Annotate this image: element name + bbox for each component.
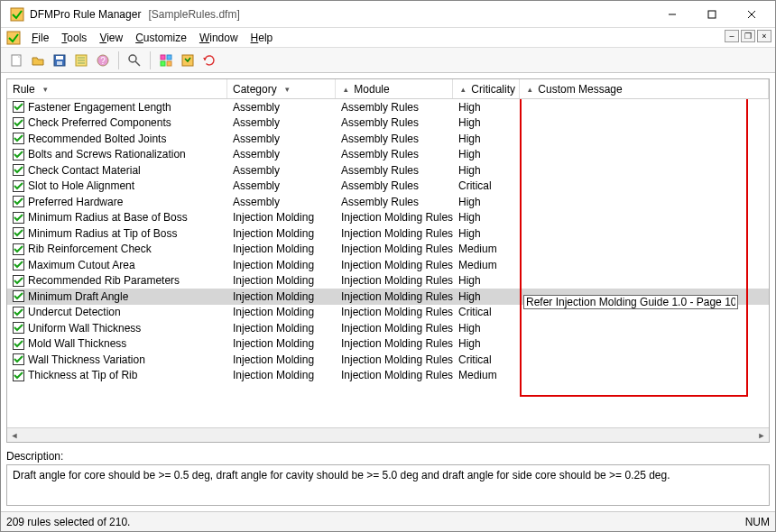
minimize-button[interactable]	[652, 2, 692, 27]
rule-checkbox[interactable]	[13, 227, 24, 239]
rule-name: Recommended Rib Parameters	[28, 274, 180, 287]
rule-checkbox[interactable]	[13, 259, 24, 271]
rule-name: Mold Wall Thickness	[28, 337, 126, 350]
rule-name: Preferred Hardware	[28, 196, 123, 208]
table-row[interactable]: Rib Reinforcement CheckInjection Molding…	[7, 242, 769, 258]
rule-name: Rib Reinforcement Check	[28, 243, 152, 255]
open-button[interactable]	[28, 50, 48, 70]
rule-category: Injection Molding	[227, 211, 336, 224]
table-row[interactable]: Bolts and Screws RationalizationAssembly…	[7, 147, 769, 163]
toolbar: ?	[1, 48, 775, 73]
rule-category: Assembly	[227, 116, 336, 129]
rule-checkbox[interactable]	[13, 307, 24, 318]
description-text[interactable]: Draft angle for core should be >= 0.5 de…	[6, 464, 770, 506]
save-button[interactable]	[50, 50, 69, 70]
menu-help[interactable]: Help	[245, 30, 279, 46]
table-row[interactable]: Recommended Bolted JointsAssemblyAssembl…	[7, 131, 769, 147]
col-header-rule[interactable]: Rule ▾	[7, 79, 227, 98]
rule-name: Fastener Engagement Length	[28, 101, 171, 114]
rule-module: Injection Molding Rules	[336, 290, 453, 303]
rule-checkbox[interactable]	[13, 322, 24, 334]
col-header-criticality[interactable]: ▴ Criticality	[453, 79, 520, 98]
maximize-button[interactable]	[692, 2, 732, 27]
rule-name: Check Contact Material	[28, 164, 141, 177]
custom-message-input[interactable]	[523, 295, 738, 309]
rule-checkbox[interactable]	[13, 212, 24, 224]
refresh-button[interactable]	[199, 50, 219, 70]
table-row[interactable]: Preferred HardwareAssemblyAssembly Rules…	[7, 194, 769, 210]
rule-name: Bolts and Screws Rationalization	[28, 148, 186, 161]
rule-checkbox[interactable]	[13, 149, 24, 161]
rule-category: Injection Molding	[227, 290, 336, 303]
table-row[interactable]: Minimum Radius at Tip of BossInjection M…	[7, 225, 769, 242]
rule-checkbox[interactable]	[13, 338, 24, 350]
horizontal-scrollbar[interactable]: ◄ ►	[7, 427, 769, 442]
close-button[interactable]	[732, 2, 771, 27]
rule-criticality: High	[453, 101, 520, 114]
rule-checkbox[interactable]	[13, 164, 24, 176]
column-headers: Rule ▾ Category ▾ ▴ Module ▴ Criticality…	[7, 79, 769, 99]
toolbar-separator	[150, 51, 151, 69]
script-button[interactable]	[178, 50, 198, 70]
table-row[interactable]: Slot to Hole AlignmentAssemblyAssembly R…	[7, 179, 769, 195]
table-row[interactable]: Wall Thickness VariationInjection Moldin…	[7, 352, 769, 368]
help-button[interactable]: ?	[93, 50, 113, 70]
menu-view[interactable]: View	[94, 30, 128, 46]
rule-module: Assembly Rules	[336, 164, 453, 177]
mdi-restore[interactable]: ❐	[741, 30, 755, 42]
table-row[interactable]: Mold Wall ThicknessInjection MoldingInje…	[7, 336, 769, 353]
col-header-category[interactable]: Category ▾	[227, 79, 336, 98]
table-row[interactable]: Fastener Engagement LengthAssemblyAssemb…	[7, 99, 769, 115]
rule-name: Minimum Radius at Base of Boss	[28, 211, 188, 224]
grid-body[interactable]: Fastener Engagement LengthAssemblyAssemb…	[7, 99, 769, 427]
window-document: [SampleRules.dfm]	[148, 8, 239, 21]
rule-module: Assembly Rules	[336, 133, 453, 145]
find-button[interactable]	[125, 50, 144, 70]
table-row[interactable]: Recommended Rib ParametersInjection Mold…	[7, 273, 769, 289]
rule-checkbox[interactable]	[13, 243, 24, 255]
table-row[interactable]: Maximum Cutout AreaInjection MoldingInje…	[7, 257, 769, 273]
scroll-left-icon[interactable]: ◄	[7, 429, 22, 442]
rule-checkbox[interactable]	[13, 180, 24, 192]
select-all-button[interactable]	[156, 50, 176, 70]
rule-checkbox[interactable]	[13, 117, 24, 129]
mdi-minimize[interactable]: –	[725, 30, 739, 42]
rule-criticality: Critical	[453, 353, 520, 366]
rule-module: Injection Molding Rules	[336, 243, 453, 255]
rule-checkbox[interactable]	[13, 101, 24, 113]
properties-button[interactable]	[71, 50, 91, 70]
rule-category: Assembly	[227, 164, 336, 177]
rule-name: Recommended Bolted Joints	[28, 133, 166, 145]
menu-window[interactable]: Window	[194, 30, 244, 46]
menubar: File Tools View Customize Window Help – …	[1, 28, 775, 48]
menu-tools[interactable]: Tools	[56, 30, 92, 46]
rules-grid: Rule ▾ Category ▾ ▴ Module ▴ Criticality…	[6, 78, 770, 443]
menu-customize[interactable]: Customize	[130, 30, 192, 46]
rule-checkbox[interactable]	[13, 275, 24, 287]
rule-checkbox[interactable]	[13, 353, 24, 365]
rule-category: Injection Molding	[227, 306, 336, 318]
table-row[interactable]: Thickness at Tip of RibInjection Molding…	[7, 368, 769, 384]
rule-checkbox[interactable]	[13, 370, 24, 381]
rule-category: Injection Molding	[227, 243, 336, 255]
rule-module: Injection Molding Rules	[336, 369, 453, 381]
svg-rect-2	[708, 11, 716, 18]
table-row[interactable]: Minimum Radius at Base of BossInjection …	[7, 210, 769, 226]
new-button[interactable]	[6, 50, 26, 70]
col-header-module[interactable]: ▴ Module	[336, 79, 453, 98]
rule-checkbox[interactable]	[13, 290, 24, 302]
rule-name: Minimum Draft Angle	[28, 290, 128, 303]
rule-category: Injection Molding	[227, 227, 336, 240]
rule-category: Injection Molding	[227, 259, 336, 271]
table-row[interactable]: Uniform Wall ThicknessInjection MoldingI…	[7, 320, 769, 336]
rule-checkbox[interactable]	[13, 133, 24, 144]
col-header-message[interactable]: ▴ Custom Message	[520, 79, 769, 98]
mdi-close[interactable]: ×	[757, 30, 771, 42]
table-row[interactable]: Check Preferred ComponentsAssemblyAssemb…	[7, 115, 769, 132]
rule-checkbox[interactable]	[13, 196, 24, 207]
rule-criticality: High	[453, 227, 520, 240]
scroll-right-icon[interactable]: ►	[754, 429, 769, 442]
rule-criticality: Medium	[453, 369, 520, 381]
table-row[interactable]: Check Contact MaterialAssemblyAssembly R…	[7, 162, 769, 179]
menu-file[interactable]: File	[26, 30, 54, 46]
